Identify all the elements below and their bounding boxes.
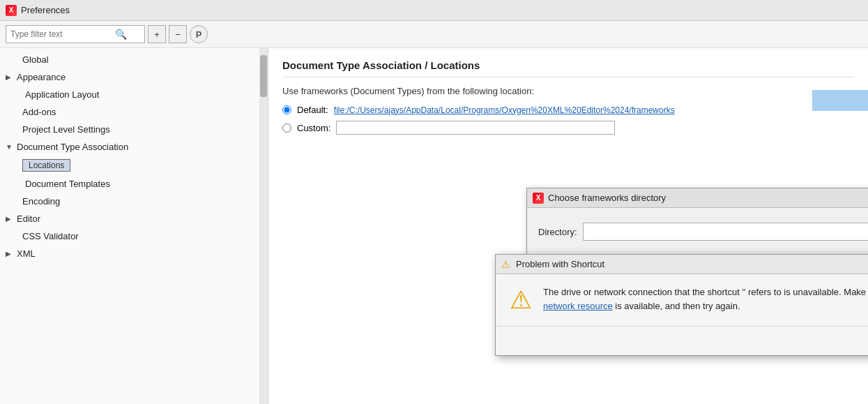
- sidebar-list: Global ▶ Appearance Application Layout A…: [0, 48, 259, 265]
- problem-shortcut-dialog: ⚠ Problem with Shortcut ✕ ⚠ The drive or…: [495, 254, 868, 356]
- choose-frameworks-dialog: X Choose frameworks directory ✕ Director…: [526, 188, 868, 256]
- sidebar-sub-doctype: Locations Document Templates: [0, 156, 259, 193]
- app-icon: X: [6, 5, 17, 16]
- sidebar-label-global: Global: [22, 54, 49, 65]
- sidebar-label-application-layout: Application Layout: [25, 89, 99, 100]
- window-title: Preferences: [21, 5, 70, 15]
- network-resource-link[interactable]: network resource: [543, 301, 613, 311]
- sidebar-item-xml[interactable]: ▶ XML: [0, 245, 259, 262]
- description-text: Use frameworks (Document Types) from the…: [282, 86, 854, 96]
- sidebar-label-xml: XML: [17, 248, 36, 259]
- sidebar-item-addons[interactable]: Add-ons: [0, 103, 259, 121]
- sidebar-label-project-level: Project Level Settings: [22, 124, 110, 135]
- sidebar-label-css-validator: CSS Validator: [22, 231, 79, 241]
- content-area: Global ▶ Appearance Application Layout A…: [0, 48, 868, 404]
- default-radio[interactable]: [282, 105, 291, 114]
- sidebar-item-global[interactable]: Global: [0, 51, 259, 68]
- sidebar-item-editor[interactable]: ▶ Editor: [0, 210, 259, 227]
- problem-dialog-body: ⚠ The drive or network connection that t…: [496, 274, 868, 326]
- sidebar-label-doc-templates: Document Templates: [25, 179, 110, 189]
- page-title: Document Type Association / Locations: [282, 59, 854, 77]
- problem-dialog-titlebar: ⚠ Problem with Shortcut ✕: [496, 255, 868, 274]
- dir-label: Directory:: [538, 227, 577, 237]
- sidebar-item-doc-type[interactable]: ▼ Document Type Association: [0, 138, 259, 156]
- blue-highlight-bar: [812, 90, 868, 111]
- sidebar-scrollbar[interactable]: [259, 48, 268, 404]
- default-radio-row: Default: file:/C:/Users/ajays/AppData/Lo…: [282, 105, 854, 115]
- expand-icon-editor: ▶: [6, 215, 13, 223]
- choose-dialog-titlebar: X Choose frameworks directory ✕: [527, 188, 868, 208]
- add-button[interactable]: +: [148, 25, 166, 43]
- custom-path-input[interactable]: [336, 121, 615, 135]
- custom-label: Custom:: [297, 123, 330, 133]
- toolbar: 🔍 + − P: [0, 21, 868, 48]
- problem-text-1: The drive or network connection that the…: [543, 287, 868, 297]
- sidebar-item-appearance[interactable]: ▶ Appearance: [0, 68, 259, 86]
- sidebar-label-editor: Editor: [17, 214, 40, 224]
- search-input[interactable]: [10, 29, 115, 39]
- default-label: Default:: [297, 105, 328, 115]
- problem-message: The drive or network connection that the…: [543, 285, 868, 313]
- problem-dialog-footer: OK: [496, 326, 868, 355]
- choose-dialog-title: Choose frameworks directory: [548, 193, 868, 203]
- main-window: 🔍 + − P Global ▶ Appearance: [0, 21, 868, 404]
- sidebar-label-addons: Add-ons: [22, 107, 56, 117]
- dir-input[interactable]: [583, 223, 868, 241]
- expand-icon-appearance: ▶: [6, 73, 13, 81]
- search-box: 🔍: [6, 25, 145, 43]
- pin-button[interactable]: P: [190, 25, 208, 43]
- sidebar-sub-appearance: Application Layout: [0, 86, 259, 103]
- search-button[interactable]: 🔍: [115, 29, 127, 40]
- sidebar-item-application-layout[interactable]: Application Layout: [17, 86, 259, 103]
- locations-badge: Locations: [22, 159, 70, 172]
- sidebar-item-project-level[interactable]: Project Level Settings: [0, 121, 259, 138]
- problem-dialog-title: Problem with Shortcut: [516, 259, 868, 269]
- sidebar: Global ▶ Appearance Application Layout A…: [0, 48, 268, 404]
- problem-text-2: is available, and then try again.: [613, 301, 740, 311]
- choose-dialog-body: Directory:: [527, 208, 868, 255]
- warning-title-icon: ⚠: [501, 259, 510, 270]
- main-content: Document Type Association / Locations Us…: [268, 48, 868, 404]
- choose-dialog-icon: X: [533, 193, 544, 204]
- custom-radio-row: Custom:: [282, 121, 854, 135]
- custom-radio[interactable]: [282, 124, 291, 133]
- sidebar-label-appearance: Appearance: [17, 72, 66, 82]
- sidebar-item-encoding[interactable]: Encoding: [0, 193, 259, 210]
- sidebar-label-doc-type: Document Type Association: [17, 142, 128, 152]
- default-path[interactable]: file:/C:/Users/ajays/AppData/Local/Progr…: [334, 105, 675, 115]
- expand-icon-xml: ▶: [6, 250, 13, 257]
- title-bar: X Preferences: [0, 0, 868, 21]
- warning-icon: ⚠: [510, 285, 532, 315]
- sidebar-item-css-validator[interactable]: CSS Validator: [0, 227, 259, 245]
- sidebar-label-encoding: Encoding: [22, 196, 60, 207]
- expand-icon-doctype: ▼: [6, 143, 13, 151]
- remove-button[interactable]: −: [169, 25, 187, 43]
- sidebar-item-locations[interactable]: Locations: [17, 156, 259, 175]
- sidebar-item-doc-templates[interactable]: Document Templates: [17, 175, 259, 193]
